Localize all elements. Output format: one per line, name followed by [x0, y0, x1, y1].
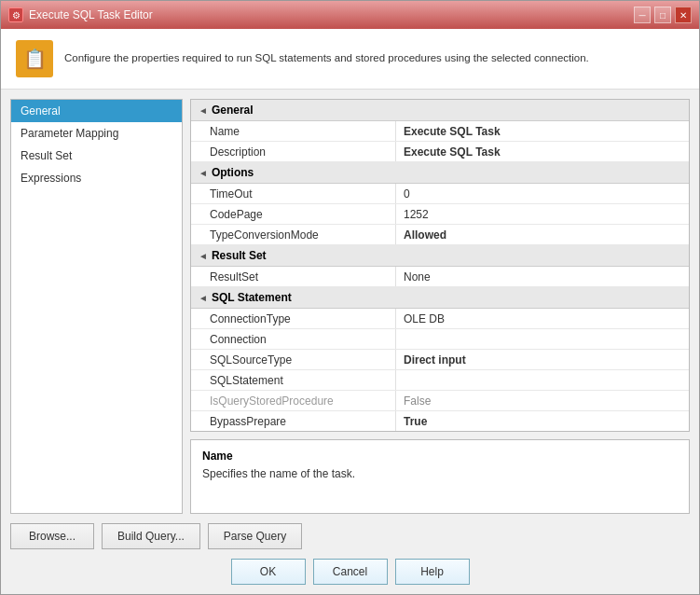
nav-item-general[interactable]: General — [11, 100, 182, 122]
prop-row-name: Name Execute SQL Task — [191, 121, 689, 142]
prop-label-description: Description — [191, 142, 396, 161]
prop-row-description: Description Execute SQL Task — [191, 142, 689, 162]
app-icon: ⚙ — [8, 7, 23, 22]
prop-label-sqlsourcetype: SQLSourceType — [191, 350, 396, 369]
section-header-resultset: ◄ Result Set — [191, 245, 689, 267]
prop-row-isquerystoredprocedure: IsQueryStoredProcedure False — [191, 391, 689, 411]
maximize-button[interactable]: □ — [654, 7, 671, 23]
browse-button[interactable]: Browse... — [10, 523, 94, 549]
header-area: 📋 Configure the properties required to r… — [1, 29, 699, 90]
properties-table: ◄ General Name Execute SQL Task Descript… — [190, 99, 690, 432]
prop-label-typeconversion: TypeConversionMode — [191, 225, 396, 244]
minimize-button[interactable]: ─ — [634, 7, 651, 23]
title-bar: ⚙ Execute SQL Task Editor ─ □ ✕ — [1, 1, 699, 29]
prop-value-sqlsourcetype: Direct input — [396, 350, 689, 369]
prop-value-isquerystoredprocedure: False — [396, 391, 689, 410]
description-text: Specifies the name of the task. — [202, 467, 678, 480]
prop-label-codepage: CodePage — [191, 204, 396, 224]
description-title: Name — [202, 450, 678, 463]
arrow-icon-options: ◄ — [199, 168, 208, 178]
prop-value-description: Execute SQL Task — [396, 142, 689, 161]
prop-label-sqlstatement: SQLStatement — [191, 370, 396, 390]
prop-label-isquerystoredprocedure: IsQueryStoredProcedure — [191, 391, 396, 410]
prop-row-sqlstatement: SQLStatement — [191, 370, 689, 391]
nav-item-expressions[interactable]: Expressions — [11, 167, 182, 189]
bottom-buttons-row: Browse... Build Query... Parse Query — [1, 523, 699, 549]
prop-value-timeout: 0 — [396, 184, 689, 203]
section-header-sqlstatement: ◄ SQL Statement — [191, 287, 689, 309]
prop-row-bypassprepare: BypassPrepare True — [191, 411, 689, 432]
prop-label-name: Name — [191, 121, 396, 141]
prop-value-sqlstatement — [396, 370, 689, 390]
cancel-button[interactable]: Cancel — [313, 559, 388, 585]
prop-label-bypassprepare: BypassPrepare — [191, 411, 396, 431]
prop-value-resultset: None — [396, 267, 689, 286]
arrow-icon-general: ◄ — [199, 105, 208, 116]
content-area: General Parameter Mapping Result Set Exp… — [1, 90, 699, 523]
section-header-general: ◄ General — [191, 100, 689, 121]
header-icon: 📋 — [16, 40, 53, 77]
prop-label-resultset: ResultSet — [191, 267, 396, 286]
right-panel: ◄ General Name Execute SQL Task Descript… — [190, 99, 690, 514]
arrow-icon-resultset: ◄ — [199, 251, 208, 261]
section-title-sqlstatement: SQL Statement — [212, 291, 292, 304]
prop-value-typeconversion: Allowed — [396, 225, 689, 244]
window-title: Execute SQL Task Editor — [29, 8, 153, 21]
prop-label-timeout: TimeOut — [191, 184, 396, 203]
prop-value-connection — [396, 329, 689, 349]
parse-query-button[interactable]: Parse Query — [208, 523, 302, 549]
section-title-options: Options — [212, 166, 254, 179]
prop-row-timeout: TimeOut 0 — [191, 184, 689, 204]
build-query-button[interactable]: Build Query... — [102, 523, 200, 549]
section-title-resultset: Result Set — [212, 249, 267, 262]
section-header-options: ◄ Options — [191, 162, 689, 184]
description-box: Name Specifies the name of the task. — [190, 439, 690, 514]
close-button[interactable]: ✕ — [675, 7, 692, 23]
prop-row-connectiontype: ConnectionType OLE DB — [191, 309, 689, 329]
nav-item-parameter-mapping[interactable]: Parameter Mapping — [11, 122, 182, 145]
prop-row-typeconversion: TypeConversionMode Allowed — [191, 225, 689, 245]
prop-value-codepage: 1252 — [396, 204, 689, 224]
arrow-icon-sqlstatement: ◄ — [199, 293, 208, 303]
ok-button[interactable]: OK — [231, 559, 306, 585]
prop-row-codepage: CodePage 1252 — [191, 204, 689, 225]
prop-label-connectiontype: ConnectionType — [191, 309, 396, 328]
left-panel: General Parameter Mapping Result Set Exp… — [10, 99, 183, 514]
prop-row-resultset: ResultSet None — [191, 267, 689, 287]
ok-cancel-row: OK Cancel Help — [1, 549, 699, 594]
main-window: ⚙ Execute SQL Task Editor ─ □ ✕ 📋 Config… — [0, 0, 700, 595]
help-button[interactable]: Help — [395, 559, 470, 585]
prop-label-connection: Connection — [191, 329, 396, 349]
header-text: Configure the properties required to run… — [64, 50, 589, 66]
section-title-general: General — [212, 104, 254, 117]
prop-row-sqlsourcetype: SQLSourceType Direct input — [191, 350, 689, 370]
prop-row-connection: Connection — [191, 329, 689, 350]
prop-value-bypassprepare: True — [396, 411, 689, 431]
prop-value-connectiontype: OLE DB — [396, 309, 689, 328]
prop-value-name: Execute SQL Task — [396, 121, 689, 141]
nav-item-result-set[interactable]: Result Set — [11, 145, 182, 167]
